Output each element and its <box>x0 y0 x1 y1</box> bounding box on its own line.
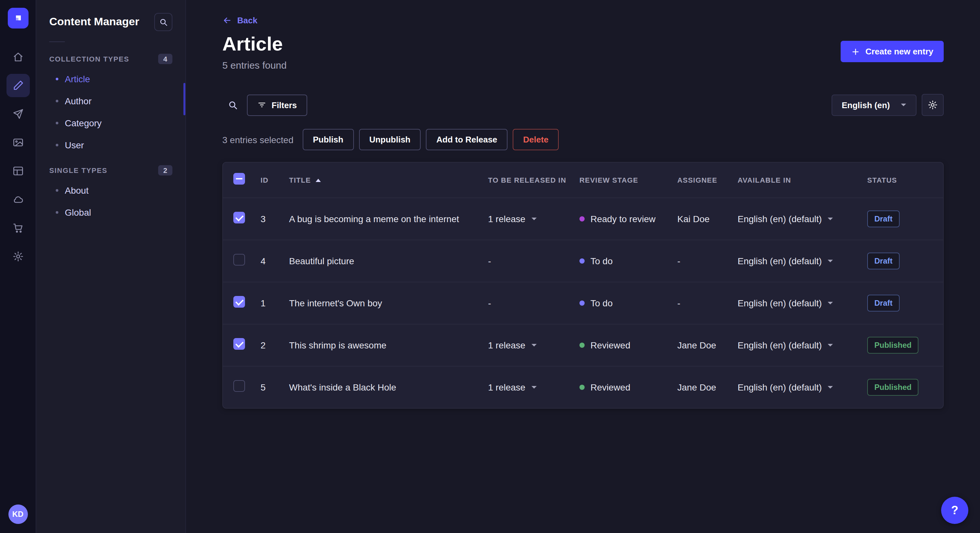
page-title: Article <box>222 33 287 55</box>
strapi-logo-icon <box>12 12 24 24</box>
cell-available-in[interactable]: English (en) (default) <box>738 340 867 351</box>
cell-id: 3 <box>261 214 289 224</box>
bullet-icon <box>56 122 58 124</box>
help-button[interactable]: ? <box>941 497 968 524</box>
unpublish-button[interactable]: Unpublish <box>359 129 421 150</box>
create-new-entry-button[interactable]: Create new entry <box>841 41 944 62</box>
cell-available-in[interactable]: English (en) (default) <box>738 298 867 308</box>
row-checkbox[interactable] <box>233 380 245 392</box>
user-avatar[interactable]: KD <box>8 504 27 524</box>
cell-title: Beautiful picture <box>289 256 488 266</box>
sidebar-item-label: Category <box>65 118 102 128</box>
cell-assignee: - <box>677 298 738 308</box>
content-manager-nav-icon[interactable] <box>6 74 30 97</box>
review-stage-dot <box>579 259 585 263</box>
single-types-count-badge: 2 <box>158 165 172 176</box>
back-link[interactable]: Back <box>222 16 257 25</box>
bullet-icon <box>56 211 58 214</box>
chevron-down-icon <box>901 104 906 106</box>
cell-release[interactable]: - <box>488 298 579 308</box>
table-row[interactable]: 2 This shrimp is awesome 1 release Revie… <box>223 324 943 366</box>
status-badge: Draft <box>867 252 900 270</box>
home-nav-icon[interactable] <box>6 45 30 69</box>
cell-release[interactable]: - <box>488 256 579 266</box>
bullet-icon <box>56 189 58 192</box>
entries-count: 5 entries found <box>222 60 287 71</box>
select-all-checkbox[interactable] <box>233 173 245 185</box>
page-header: Article 5 entries found Create new entry <box>222 33 944 71</box>
sidebar-search-button[interactable] <box>154 13 172 31</box>
sidebar-item-global[interactable]: Global <box>36 201 185 224</box>
back-arrow-icon <box>222 16 232 25</box>
strapi-logo[interactable] <box>8 8 28 29</box>
cell-assignee: Jane Doe <box>677 382 738 392</box>
cell-available-in[interactable]: English (en) (default) <box>738 382 867 392</box>
settings-nav-icon[interactable] <box>6 245 30 268</box>
sidebar-item-category[interactable]: Category <box>36 112 185 134</box>
add-to-release-button[interactable]: Add to Release <box>426 129 508 150</box>
row-checkbox[interactable] <box>233 254 245 265</box>
plus-icon <box>851 47 860 56</box>
sort-ascending-icon[interactable] <box>315 178 320 182</box>
locale-value: English (en) <box>842 100 890 110</box>
table-row[interactable]: 3 A bug is becoming a meme on the intern… <box>223 198 943 240</box>
filters-button[interactable]: Filters <box>247 94 307 116</box>
row-checkbox[interactable] <box>233 338 245 350</box>
search-button[interactable] <box>222 95 243 115</box>
column-header-release: TO BE RELEASED IN <box>488 176 579 184</box>
column-header-available-in: AVAILABLE IN <box>738 176 867 184</box>
releases-nav-icon[interactable] <box>6 102 30 125</box>
status-badge: Published <box>867 337 919 354</box>
rail-top <box>6 8 30 271</box>
column-header-title: TITLE <box>289 176 488 184</box>
table-row[interactable]: 4 Beautiful picture - To do - English (e… <box>223 240 943 282</box>
cell-status: Published <box>867 337 933 354</box>
cell-release[interactable]: 1 release <box>488 214 579 224</box>
filters-label: Filters <box>272 100 297 110</box>
marketplace-nav-icon[interactable] <box>6 216 30 240</box>
cell-id: 4 <box>261 256 289 266</box>
sidebar-item-author[interactable]: Author <box>36 90 185 112</box>
cell-review-stage: Reviewed <box>579 340 677 351</box>
cell-status: Published <box>867 379 933 396</box>
sidebar-item-about[interactable]: About <box>36 179 185 201</box>
sidebar-item-article[interactable]: Article <box>36 68 185 90</box>
publish-button[interactable]: Publish <box>302 129 353 150</box>
review-stage-dot <box>579 300 585 306</box>
locale-select[interactable]: English (en) <box>831 94 916 116</box>
delete-button[interactable]: Delete <box>513 129 559 150</box>
cell-release[interactable]: 1 release <box>488 382 579 392</box>
row-checkbox[interactable] <box>233 212 245 224</box>
cell-title: A bug is becoming a meme on the internet <box>289 214 488 224</box>
rail-icons <box>6 43 30 271</box>
view-settings-button[interactable] <box>922 94 944 116</box>
cell-status: Draft <box>867 211 933 227</box>
cell-review-stage: Reviewed <box>579 382 677 392</box>
single-types-header: SINGLE TYPES 2 <box>36 165 185 176</box>
sidebar-item-user[interactable]: User <box>36 134 185 156</box>
cloud-nav-icon[interactable] <box>6 188 30 211</box>
row-checkbox[interactable] <box>233 296 245 308</box>
content-type-builder-nav-icon[interactable] <box>6 159 30 182</box>
sidebar-item-label: Author <box>65 96 92 106</box>
cell-available-in[interactable]: English (en) (default) <box>738 214 867 224</box>
cell-release[interactable]: 1 release <box>488 340 579 351</box>
column-header-status: STATUS <box>867 176 933 184</box>
chevron-down-icon <box>828 260 833 262</box>
media-library-nav-icon[interactable] <box>6 131 30 154</box>
cell-assignee: - <box>677 256 738 266</box>
cell-available-in[interactable]: English (en) (default) <box>738 256 867 266</box>
selected-count-label: 3 entries selected <box>222 134 293 145</box>
cell-title: This shrimp is awesome <box>289 340 488 351</box>
collection-types-list: Article Author Category User <box>36 68 185 156</box>
page-header-text: Article 5 entries found <box>222 33 287 71</box>
content-manager-sidebar: Content Manager COLLECTION TYPES 4 Artic… <box>36 0 186 533</box>
cell-review-stage: To do <box>579 256 677 266</box>
table-row[interactable]: 1 The internet's Own boy - To do - Engli… <box>223 282 943 324</box>
sidebar-scrollbar-thumb[interactable] <box>183 83 185 115</box>
cell-assignee: Kai Doe <box>677 214 738 224</box>
sidebar-item-label: Article <box>65 74 90 84</box>
chevron-down-icon <box>531 344 536 346</box>
sidebar-header: Content Manager <box>36 13 185 31</box>
table-row[interactable]: 5 What's inside a Black Hole 1 release R… <box>223 366 943 408</box>
